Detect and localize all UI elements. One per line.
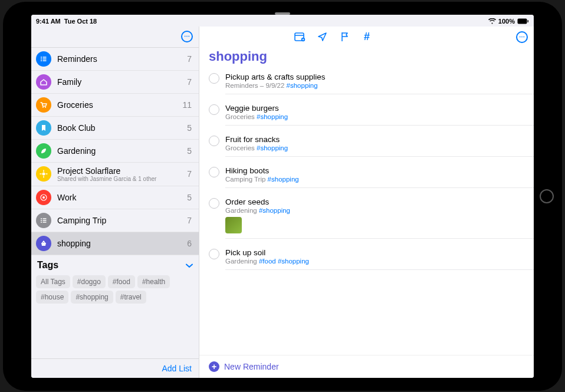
svg-point-19 [41,222,42,223]
location-icon[interactable] [316,31,328,43]
list-name: Reminders [57,54,181,64]
list-count: 5 [187,193,192,202]
list-count: 7 [187,169,192,179]
sidebar-item-camping-trip[interactable]: Camping Trip7 [31,209,199,232]
new-reminder-button[interactable]: + New Reminder [199,355,534,378]
list-count: 6 [187,239,192,248]
reminder-subtitle: Reminders – 9/9/22 #shopping [225,82,534,89]
tag-chip[interactable]: #doggo [73,275,106,288]
plus-icon: + [209,361,219,372]
list-name: Gardening [57,146,181,156]
reminder-item[interactable]: Veggie burgersGroceries #shopping [199,99,534,130]
sidebar-item-reminders[interactable]: Reminders7 [31,48,199,71]
star-icon [36,190,51,205]
calendar-icon[interactable] [294,31,306,43]
sidebar-item-shopping[interactable]: shopping6 [31,232,199,255]
reminder-item[interactable]: Hiking bootsCamping Trip #shopping [199,162,534,193]
tag-chip[interactable]: #health [137,275,170,288]
list-count: 5 [187,146,192,156]
battery-percent: 100% [498,18,515,25]
sidebar: ⋯ Reminders7Family7Groceries11Book Club5… [31,27,199,378]
list-name: Groceries [57,100,176,110]
sidebar-item-book-club[interactable]: Book Club5 [31,117,199,140]
wifi-icon [488,18,496,24]
reminder-checkbox[interactable] [209,249,219,259]
list-name: Work [57,193,181,202]
svg-point-9 [45,107,46,108]
sidebar-item-gardening[interactable]: Gardening5 [31,140,199,163]
reminder-thumbnail[interactable] [225,217,242,233]
hashtag-icon[interactable]: # [361,31,373,43]
reminder-checkbox[interactable] [209,198,219,209]
tag-chip[interactable]: #shopping [71,291,113,304]
sidebar-item-project-solarflare[interactable]: Project SolarflareShared with Jasmine Ga… [31,163,199,186]
list-icon [36,213,51,228]
reminder-checkbox[interactable] [209,104,219,115]
list-subtitle: Shared with Jasmine Garcia & 1 other [57,176,181,182]
cart-icon [36,97,51,113]
status-time: 9:41 AM [36,18,61,25]
tag-chip[interactable]: All Tags [36,275,70,288]
reminder-subtitle: Groceries #shopping [225,113,534,120]
reminder-item[interactable]: Pick up soilGardening #food #shopping [199,243,534,275]
detail-toolbar: # [294,31,373,43]
svg-point-10 [42,173,45,176]
grabber-pill [275,12,290,15]
sidebar-item-groceries[interactable]: Groceries11 [31,94,199,117]
svg-rect-1 [528,20,529,22]
battery-icon [517,18,529,24]
list-name: Book Club [57,123,181,133]
detail-more-button[interactable]: ⋯ [516,31,528,43]
reminder-checkbox[interactable] [209,167,219,177]
leaf-icon [36,143,51,159]
ipad-bezel: 9:41 AM Tue Oct 18 100% ⋯ Reminders7Fami… [3,2,562,391]
reminder-title: Pickup arts & crafts supplies [225,73,534,81]
list-count: 7 [187,77,192,87]
svg-point-16 [42,196,45,199]
list-name: Family [57,77,181,87]
add-list-label: Add List [162,364,192,373]
flag-icon[interactable] [339,31,350,43]
sun-icon [36,166,51,182]
reminder-subtitle: Camping Trip #shopping [225,176,534,183]
list-count: 5 [187,123,192,133]
tags-wrap: All Tags#doggo#food#health#house#shoppin… [36,275,194,304]
reminder-item[interactable]: Pickup arts & crafts suppliesReminders –… [199,68,534,99]
chevron-down-icon [186,260,193,271]
add-list-button[interactable]: Add List [31,358,199,378]
reminder-title: Pick up soil [225,248,534,257]
home-button[interactable] [540,189,554,203]
list-name: shopping [57,239,181,248]
sidebar-item-work[interactable]: Work5 [31,186,199,209]
reminder-item[interactable]: Order seedsGardening #shopping [199,193,534,243]
status-date: Tue Oct 18 [64,18,97,25]
screen: 9:41 AM Tue Oct 18 100% ⋯ Reminders7Fami… [31,15,534,378]
sidebar-lists: Reminders7Family7Groceries11Book Club5Ga… [31,48,199,255]
list-name: Project Solarflare [57,166,181,176]
status-bar: 9:41 AM Tue Oct 18 100% [31,15,534,27]
svg-point-4 [41,60,42,61]
basket-icon [36,236,51,251]
svg-point-17 [41,218,42,219]
reminder-title: Fruit for snacks [225,135,534,144]
reminder-title: Veggie burgers [225,104,534,113]
sidebar-more-button[interactable]: ⋯ [181,31,193,42]
reminder-checkbox[interactable] [209,73,219,84]
bookmark-icon [36,120,51,136]
tag-chip[interactable]: #food [108,275,135,288]
sidebar-item-family[interactable]: Family7 [31,71,199,94]
new-reminder-label: New Reminder [224,362,279,371]
tag-chip[interactable]: #house [36,291,68,304]
reminder-subtitle: Gardening #shopping [225,207,534,214]
list-count: 7 [187,216,192,225]
reminder-subtitle: Groceries #shopping [225,144,534,151]
reminder-checkbox[interactable] [209,136,219,146]
svg-rect-0 [518,18,527,24]
reminder-item[interactable]: Fruit for snacksGroceries #shopping [199,130,534,162]
tag-chip[interactable]: #travel [116,291,146,304]
list-name: Camping Trip [57,216,181,225]
tags-header[interactable]: Tags [36,258,194,273]
svg-point-3 [41,58,42,60]
list-count: 11 [182,100,192,110]
list-icon [36,51,51,67]
